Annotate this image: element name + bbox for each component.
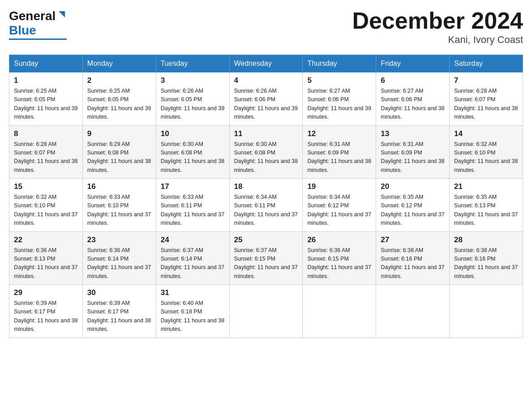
calendar-cell: 8Sunrise: 6:28 AMSunset: 6:07 PMDaylight…	[9, 125, 83, 179]
day-info: Sunrise: 6:25 AMSunset: 6:05 PMDaylight:…	[87, 87, 151, 122]
calendar-week-row: 1Sunrise: 6:25 AMSunset: 6:05 PMDaylight…	[9, 73, 523, 126]
day-number: 7	[454, 76, 518, 85]
day-info: Sunrise: 6:31 AMSunset: 6:09 PMDaylight:…	[307, 140, 371, 175]
svg-marker-0	[59, 11, 65, 17]
day-number: 5	[307, 76, 371, 85]
calendar-cell: 4Sunrise: 6:26 AMSunset: 6:06 PMDaylight…	[229, 73, 303, 126]
calendar-cell: 7Sunrise: 6:28 AMSunset: 6:07 PMDaylight…	[450, 73, 523, 126]
day-info: Sunrise: 6:37 AMSunset: 6:15 PMDaylight:…	[234, 246, 298, 281]
calendar-cell	[303, 285, 376, 338]
day-number: 28	[454, 235, 518, 244]
day-info: Sunrise: 6:32 AMSunset: 6:10 PMDaylight:…	[454, 140, 518, 175]
day-number: 19	[307, 182, 371, 191]
day-number: 21	[454, 182, 518, 191]
day-number: 27	[381, 235, 445, 244]
day-number: 9	[87, 129, 151, 138]
calendar-cell: 21Sunrise: 6:35 AMSunset: 6:13 PMDayligh…	[450, 179, 523, 232]
col-header-wednesday: Wednesday	[229, 55, 303, 73]
day-info: Sunrise: 6:28 AMSunset: 6:07 PMDaylight:…	[14, 140, 78, 175]
calendar-cell: 5Sunrise: 6:27 AMSunset: 6:06 PMDaylight…	[303, 73, 376, 126]
day-number: 18	[234, 182, 298, 191]
calendar-cell: 1Sunrise: 6:25 AMSunset: 6:05 PMDaylight…	[9, 73, 83, 126]
day-number: 6	[381, 76, 445, 85]
day-info: Sunrise: 6:27 AMSunset: 6:06 PMDaylight:…	[307, 87, 371, 122]
day-number: 26	[307, 235, 371, 244]
calendar-cell: 13Sunrise: 6:31 AMSunset: 6:09 PMDayligh…	[376, 125, 450, 179]
calendar-cell: 6Sunrise: 6:27 AMSunset: 6:06 PMDaylight…	[376, 73, 450, 126]
logo-arrow-icon	[57, 9, 67, 21]
calendar-cell: 10Sunrise: 6:30 AMSunset: 6:08 PMDayligh…	[156, 125, 229, 179]
logo-blue: Blue	[9, 23, 36, 38]
calendar-cell: 15Sunrise: 6:32 AMSunset: 6:10 PMDayligh…	[9, 179, 83, 232]
day-info: Sunrise: 6:27 AMSunset: 6:06 PMDaylight:…	[381, 87, 445, 122]
calendar-cell: 20Sunrise: 6:35 AMSunset: 6:12 PMDayligh…	[376, 179, 450, 232]
day-number: 12	[307, 129, 371, 138]
calendar-cell: 23Sunrise: 6:36 AMSunset: 6:14 PMDayligh…	[82, 231, 156, 285]
day-number: 23	[87, 235, 151, 244]
day-info: Sunrise: 6:39 AMSunset: 6:17 PMDaylight:…	[87, 299, 151, 334]
calendar-header-row: SundayMondayTuesdayWednesdayThursdayFrid…	[9, 55, 523, 73]
day-number: 30	[87, 288, 151, 297]
logo: General Blue	[9, 9, 67, 40]
day-info: Sunrise: 6:37 AMSunset: 6:14 PMDaylight:…	[161, 246, 225, 281]
day-info: Sunrise: 6:38 AMSunset: 6:15 PMDaylight:…	[307, 246, 371, 281]
day-number: 14	[454, 129, 518, 138]
logo-underline	[9, 39, 67, 40]
day-info: Sunrise: 6:30 AMSunset: 6:08 PMDaylight:…	[161, 140, 225, 175]
day-info: Sunrise: 6:33 AMSunset: 6:10 PMDaylight:…	[87, 193, 151, 228]
col-header-tuesday: Tuesday	[156, 55, 229, 73]
calendar-cell: 24Sunrise: 6:37 AMSunset: 6:14 PMDayligh…	[156, 231, 229, 285]
calendar-cell: 25Sunrise: 6:37 AMSunset: 6:15 PMDayligh…	[229, 231, 303, 285]
page-header: General Blue December 2024 Kani, Ivory C…	[9, 9, 523, 46]
calendar-cell: 12Sunrise: 6:31 AMSunset: 6:09 PMDayligh…	[303, 125, 376, 179]
calendar-cell: 3Sunrise: 6:26 AMSunset: 6:05 PMDaylight…	[156, 73, 229, 126]
day-info: Sunrise: 6:35 AMSunset: 6:13 PMDaylight:…	[454, 193, 518, 228]
calendar-cell: 19Sunrise: 6:34 AMSunset: 6:12 PMDayligh…	[303, 179, 376, 232]
calendar-cell: 16Sunrise: 6:33 AMSunset: 6:10 PMDayligh…	[82, 179, 156, 232]
day-number: 8	[14, 129, 78, 138]
calendar-cell: 11Sunrise: 6:30 AMSunset: 6:08 PMDayligh…	[229, 125, 303, 179]
day-number: 2	[87, 76, 151, 85]
calendar-cell: 27Sunrise: 6:38 AMSunset: 6:16 PMDayligh…	[376, 231, 450, 285]
day-number: 15	[14, 182, 78, 191]
day-info: Sunrise: 6:31 AMSunset: 6:09 PMDaylight:…	[381, 140, 445, 175]
day-info: Sunrise: 6:29 AMSunset: 6:08 PMDaylight:…	[87, 140, 151, 175]
calendar-cell: 31Sunrise: 6:40 AMSunset: 6:18 PMDayligh…	[156, 285, 229, 338]
col-header-monday: Monday	[82, 55, 156, 73]
day-number: 11	[234, 129, 298, 138]
calendar-week-row: 8Sunrise: 6:28 AMSunset: 6:07 PMDaylight…	[9, 125, 523, 179]
calendar-week-row: 15Sunrise: 6:32 AMSunset: 6:10 PMDayligh…	[9, 179, 523, 232]
day-number: 24	[161, 235, 225, 244]
day-info: Sunrise: 6:38 AMSunset: 6:16 PMDaylight:…	[381, 246, 445, 281]
calendar-cell: 22Sunrise: 6:36 AMSunset: 6:13 PMDayligh…	[9, 231, 83, 285]
col-header-sunday: Sunday	[9, 55, 83, 73]
day-number: 13	[381, 129, 445, 138]
day-number: 1	[14, 76, 78, 85]
day-info: Sunrise: 6:36 AMSunset: 6:13 PMDaylight:…	[14, 246, 78, 281]
calendar-cell: 30Sunrise: 6:39 AMSunset: 6:17 PMDayligh…	[82, 285, 156, 338]
day-number: 31	[161, 288, 225, 297]
day-info: Sunrise: 6:36 AMSunset: 6:14 PMDaylight:…	[87, 246, 151, 281]
col-header-thursday: Thursday	[303, 55, 376, 73]
day-info: Sunrise: 6:39 AMSunset: 6:17 PMDaylight:…	[14, 299, 78, 334]
day-info: Sunrise: 6:28 AMSunset: 6:07 PMDaylight:…	[454, 87, 518, 122]
col-header-saturday: Saturday	[450, 55, 523, 73]
calendar-cell: 2Sunrise: 6:25 AMSunset: 6:05 PMDaylight…	[82, 73, 156, 126]
day-info: Sunrise: 6:30 AMSunset: 6:08 PMDaylight:…	[234, 140, 298, 175]
day-number: 16	[87, 182, 151, 191]
day-info: Sunrise: 6:34 AMSunset: 6:12 PMDaylight:…	[307, 193, 371, 228]
day-number: 10	[161, 129, 225, 138]
calendar-cell: 9Sunrise: 6:29 AMSunset: 6:08 PMDaylight…	[82, 125, 156, 179]
day-info: Sunrise: 6:38 AMSunset: 6:16 PMDaylight:…	[454, 246, 518, 281]
day-info: Sunrise: 6:26 AMSunset: 6:06 PMDaylight:…	[234, 87, 298, 122]
day-info: Sunrise: 6:33 AMSunset: 6:11 PMDaylight:…	[161, 193, 225, 228]
day-number: 29	[14, 288, 78, 297]
day-number: 22	[14, 235, 78, 244]
calendar-week-row: 22Sunrise: 6:36 AMSunset: 6:13 PMDayligh…	[9, 231, 523, 285]
title-section: December 2024 Kani, Ivory Coast	[352, 9, 523, 46]
day-info: Sunrise: 6:32 AMSunset: 6:10 PMDaylight:…	[14, 193, 78, 228]
day-number: 17	[161, 182, 225, 191]
calendar-cell: 14Sunrise: 6:32 AMSunset: 6:10 PMDayligh…	[450, 125, 523, 179]
col-header-friday: Friday	[376, 55, 450, 73]
calendar-cell: 28Sunrise: 6:38 AMSunset: 6:16 PMDayligh…	[450, 231, 523, 285]
